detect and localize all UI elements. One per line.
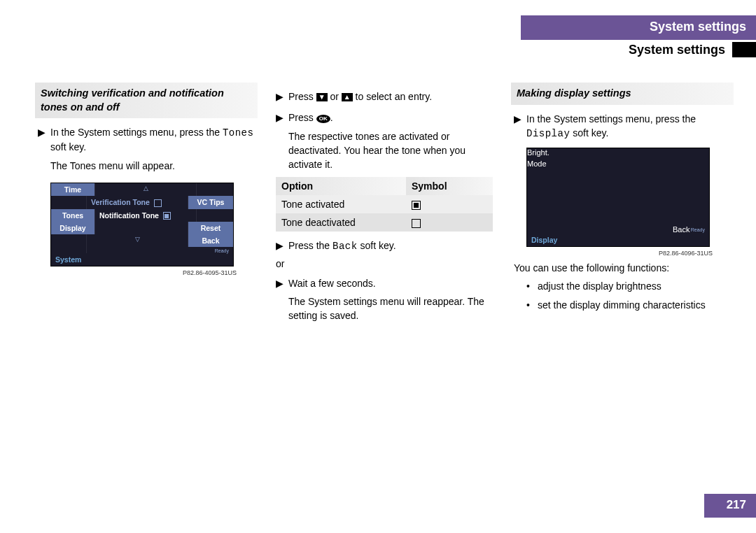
option-symbol-table: Option Symbol Tone activated Tone deacti… [276,177,493,232]
text: soft key. [570,127,608,138]
bullet-dot-icon: • [526,298,538,312]
text: Press [288,112,316,123]
step-wait: ▶ Wait a few seconds. [276,276,493,290]
item-verification-tone: Verification Tone [91,198,150,206]
text: In the System settings menu, press the [526,113,696,125]
step-arrow-icon: ▶ [276,239,288,253]
btn-display: Display [51,222,95,234]
step-arrow-icon: ▶ [276,111,288,125]
btn-back: Back [188,234,233,247]
step-arrow-icon: ▶ [514,112,526,141]
step-arrow-icon: ▶ [276,276,288,290]
caret-down-icon: ▽ [87,234,188,247]
text: soft key. [358,240,396,251]
btn-tones: Tones [51,209,95,222]
symbol-activated-icon [412,201,421,210]
step-press-tones: ▶ In the System settings menu, press the… [38,125,255,155]
checkbox-off-icon [154,199,162,207]
step-press-arrows: ▶ Press ▼ or ▲ to select an entry. [276,90,493,104]
softkey-display: Display [526,128,570,139]
td-tone-activated: Tone activated [276,195,406,213]
text: Press [288,91,316,102]
text: or [328,91,342,102]
page-subtitle: System settings [629,43,725,57]
header-purple-tab: System settings [521,15,756,40]
bullet-brightness: • adjust the display brightness [526,279,731,293]
image-code: P82.86-4096-31US [511,250,713,257]
btn-vctips: VC Tips [188,196,233,209]
status-ready: Ready [87,247,233,253]
text: adjust the display brightness [538,279,662,293]
up-key-icon: ▲ [342,93,353,101]
label-display: Display [531,236,557,244]
display-menu-screenshot: Bright. Mode Back Ready Display [526,148,710,247]
result-text: The Tones menu will appear. [50,159,255,173]
btn-time: Time [51,183,95,196]
text: to select an entry. [353,91,432,102]
page-number: 217 [704,494,756,518]
td-tone-deactivated: Tone deactivated [276,213,406,232]
or-text: or [276,258,493,269]
item-notification-tone: Notification Tone [99,211,159,220]
text: set the display dimming characteristics [538,298,706,312]
column-2: ▶ Press ▼ or ▲ to select an entry. ▶ Pre… [273,83,496,323]
text: . [330,112,333,123]
text: Wait a few seconds. [288,276,493,290]
text: Press the [288,240,332,251]
ok-key-icon: OK [316,115,330,123]
black-square-decor [732,42,756,57]
softkey-back: Back [332,241,358,252]
btn-mode: Mode [527,159,562,168]
content-columns: Switching verification and notification … [35,83,734,323]
step-arrow-icon: ▶ [38,125,50,155]
down-key-icon: ▼ [316,93,328,101]
step-arrow-icon: ▶ [276,90,288,104]
th-symbol: Symbol [406,177,493,195]
th-option: Option [276,177,406,195]
column-1: Switching verification and notification … [35,83,258,323]
section-heading-tones: Switching verification and notification … [35,83,258,118]
btn-bright: Bright. [527,148,562,157]
result-text: The System settings menu will reappear. … [288,294,493,323]
result-text: The respective tones are activated or de… [288,129,493,172]
image-code: P82.86-4095-31US [35,269,237,276]
subtitle-row: System settings [629,42,756,57]
step-press-display: ▶ In the System settings menu, press the… [514,112,731,141]
step-press-back: ▶ Press the Back soft key. [276,239,493,253]
tones-menu-screenshot: Time △ Verification Tone VC Tips Tones N… [50,183,234,266]
softkey-tones: Tones [223,127,254,138]
btn-reset: Reset [188,222,233,234]
step-press-ok: ▶ Press OK. [276,111,493,125]
caret-up-icon: △ [95,183,196,196]
symbol-deactivated-icon [412,219,421,228]
column-3: Making display settings ▶ In the System … [511,83,734,323]
status-ready: Ready [691,227,705,232]
bullet-dot-icon: • [526,279,538,293]
bullet-dimming: • set the display dimming characteristic… [526,298,731,312]
checkbox-on-icon [163,212,171,220]
text: soft key. [50,141,86,152]
label-system: System [51,253,233,266]
intro-text: You can use the following functions: [514,261,731,275]
text: In the System settings menu, press the [50,127,223,138]
section-heading-display: Making display settings [511,83,734,105]
